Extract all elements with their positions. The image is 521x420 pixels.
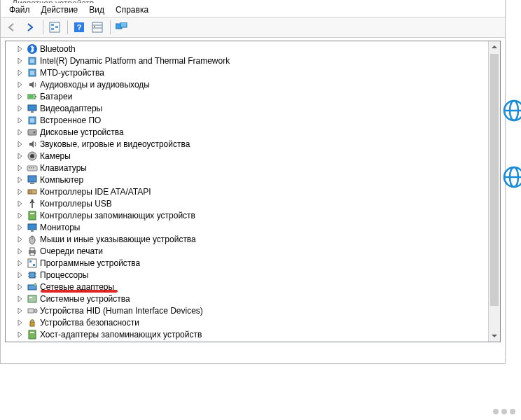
forward-button[interactable] (22, 19, 39, 36)
vertical-scrollbar[interactable] (488, 41, 500, 342)
toolbar-separator (110, 20, 111, 34)
mouse-icon (27, 234, 38, 245)
expand-icon[interactable] (15, 258, 25, 268)
svg-rect-31 (33, 167, 34, 169)
tree-item[interactable]: Видеоадаптеры (6, 102, 489, 114)
expand-icon[interactable] (15, 246, 25, 256)
show-hidden-button[interactable] (89, 19, 106, 36)
arrow-right-icon (25, 22, 35, 32)
tree-item[interactable]: Программные устройства (6, 257, 489, 269)
tree-item[interactable]: Устройства безопасности (6, 316, 489, 328)
tree-item[interactable]: Контроллеры USB (6, 197, 489, 209)
menu-file[interactable]: Файл (4, 4, 36, 16)
svg-rect-16 (30, 71, 34, 75)
help-button[interactable]: ? (71, 19, 88, 36)
tree-item[interactable]: Системные устройства (6, 293, 489, 304)
scroll-up-button[interactable] (489, 41, 500, 52)
expand-icon[interactable] (15, 115, 25, 125)
expand-icon[interactable] (15, 163, 25, 173)
tree-item[interactable]: Контроллеры запоминающих устройств (6, 209, 489, 221)
tree-item[interactable]: Клавиатуры (6, 162, 489, 174)
svg-point-37 (32, 199, 34, 201)
tree-item-label: Мониторы (40, 223, 80, 232)
svg-rect-33 (30, 183, 34, 184)
svg-rect-2 (51, 28, 54, 30)
menu-bar: Файл Действие Вид Справка (1, 3, 505, 17)
tree-item[interactable]: Очереди печати (6, 245, 489, 257)
tree-item[interactable]: Компьютер (6, 174, 489, 186)
svg-rect-39 (30, 213, 34, 214)
battery-icon (27, 91, 38, 102)
tree-item[interactable]: Мыши и иные указывающие устройства (6, 233, 489, 245)
scroll-thumb[interactable] (490, 54, 499, 306)
ide-icon (27, 186, 38, 197)
monitors-button[interactable] (113, 19, 130, 36)
device-tree: BluetoothIntel(R) Dynamic Platform and T… (6, 41, 489, 342)
expand-icon[interactable] (15, 127, 25, 137)
expand-icon[interactable] (15, 199, 25, 209)
tree-item-label: Программные устройства (40, 258, 140, 268)
tree-item[interactable]: Bluetooth (6, 43, 489, 55)
svg-point-60 (34, 309, 37, 313)
expand-icon[interactable] (15, 270, 25, 280)
tree-item-label: Контроллеры IDE ATA/ATAPI (40, 187, 151, 197)
tree-item[interactable]: Дисковые устройства (6, 126, 489, 138)
expand-icon[interactable] (15, 139, 25, 149)
expand-icon[interactable] (15, 104, 25, 113)
menu-action[interactable]: Действие (36, 4, 84, 16)
monitors-icon (116, 22, 128, 32)
disk-icon (27, 127, 38, 138)
expand-icon[interactable] (15, 223, 25, 232)
svg-rect-55 (28, 285, 36, 290)
grid-icon (92, 22, 103, 33)
expand-icon[interactable] (15, 330, 25, 340)
tree-item[interactable]: Батареи (6, 90, 489, 102)
tree-item[interactable]: Intel(R) Dynamic Platform and Thermal Fr… (6, 55, 489, 66)
expand-icon[interactable] (15, 92, 25, 102)
tree-item[interactable]: Звуковые, игровые и видеоустройства (6, 138, 489, 150)
tree-item[interactable]: Камеры (6, 150, 489, 162)
expand-icon[interactable] (15, 44, 25, 54)
svg-rect-58 (29, 297, 32, 298)
expand-icon[interactable] (15, 234, 25, 244)
expand-icon[interactable] (15, 294, 25, 304)
svg-rect-40 (28, 224, 36, 230)
show-tree-button[interactable] (46, 19, 63, 36)
expand-icon[interactable] (15, 282, 25, 292)
svg-rect-38 (29, 211, 36, 220)
expand-icon[interactable] (15, 68, 25, 78)
tree-item-label: MTD-устройства (40, 68, 104, 78)
device-manager-window: Диспетчер устройств Файл Действие Вид Сп… (0, 0, 506, 364)
tree-item[interactable]: MTD-устройства (6, 66, 489, 78)
tree-item[interactable]: Встроенное ПО (6, 114, 489, 126)
expand-icon[interactable] (15, 318, 25, 328)
back-button[interactable] (4, 19, 20, 36)
chevron-down-icon (492, 333, 497, 339)
expand-icon[interactable] (15, 151, 25, 161)
bluetooth-icon (27, 43, 38, 55)
chip-icon (27, 67, 38, 78)
scroll-down-button[interactable] (489, 330, 500, 342)
svg-rect-49 (33, 264, 35, 266)
expand-icon[interactable] (15, 211, 25, 220)
svg-rect-48 (29, 260, 32, 262)
svg-rect-41 (31, 230, 34, 232)
tree-item[interactable]: Хост-адаптеры запоминающих устройств (6, 328, 489, 340)
tree-item[interactable]: Аудиовходы и аудиовыходы (6, 78, 489, 90)
tree-item[interactable]: Процессоры (6, 269, 489, 281)
chip-icon (27, 55, 38, 66)
tree-item-label: Аудиовходы и аудиовыходы (40, 80, 150, 90)
toolbar-separator (43, 20, 43, 34)
menu-view[interactable]: Вид (83, 4, 110, 16)
expand-icon[interactable] (15, 80, 25, 90)
tree-item[interactable]: Мониторы (6, 221, 489, 233)
menu-help[interactable]: Справка (110, 4, 154, 16)
expand-icon[interactable] (15, 306, 25, 316)
expand-icon[interactable] (15, 187, 25, 197)
tree-item[interactable]: Контроллеры IDE ATA/ATAPI (6, 186, 489, 197)
expand-icon[interactable] (15, 56, 25, 66)
tree-item[interactable]: Устройства HID (Human Interface Devices) (6, 304, 489, 316)
svg-point-64 (504, 101, 521, 120)
hid-icon (27, 305, 38, 316)
expand-icon[interactable] (15, 175, 25, 185)
